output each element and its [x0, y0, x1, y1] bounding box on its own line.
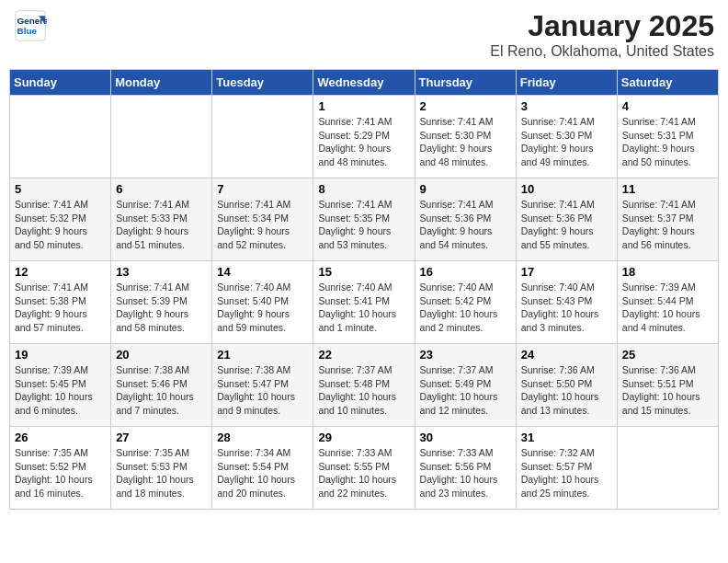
cell-content: Sunrise: 7:41 AM Sunset: 5:37 PM Dayligh…: [622, 198, 713, 252]
cell-content: Sunrise: 7:41 AM Sunset: 5:35 PM Dayligh…: [318, 198, 409, 252]
calendar-cell: 9Sunrise: 7:41 AM Sunset: 5:36 PM Daylig…: [415, 178, 516, 261]
cell-content: Sunrise: 7:40 AM Sunset: 5:40 PM Dayligh…: [217, 281, 308, 335]
calendar-cell: 12Sunrise: 7:41 AM Sunset: 5:38 PM Dayli…: [10, 261, 111, 344]
calendar-cell: 10Sunrise: 7:41 AM Sunset: 5:36 PM Dayli…: [516, 178, 617, 261]
cell-content: Sunrise: 7:38 AM Sunset: 5:47 PM Dayligh…: [217, 363, 308, 418]
day-number: 14: [217, 265, 308, 279]
calendar-cell: 5Sunrise: 7:41 AM Sunset: 5:32 PM Daylig…: [10, 178, 111, 261]
day-number: 3: [521, 99, 612, 113]
cell-content: Sunrise: 7:39 AM Sunset: 5:45 PM Dayligh…: [15, 363, 106, 418]
calendar-header-row: SundayMondayTuesdayWednesdayThursdayFrid…: [10, 70, 719, 96]
weekday-header: Friday: [516, 70, 617, 96]
day-number: 25: [622, 348, 713, 362]
calendar-cell: 4Sunrise: 7:41 AM Sunset: 5:31 PM Daylig…: [617, 96, 718, 178]
cell-content: Sunrise: 7:41 AM Sunset: 5:33 PM Dayligh…: [116, 198, 207, 252]
day-number: 26: [15, 431, 106, 444]
cell-content: Sunrise: 7:41 AM Sunset: 5:34 PM Dayligh…: [217, 198, 308, 252]
cell-content: Sunrise: 7:41 AM Sunset: 5:39 PM Dayligh…: [116, 281, 207, 335]
weekday-header: Monday: [111, 70, 212, 96]
logo: General Blue: [14, 9, 47, 42]
cell-content: Sunrise: 7:41 AM Sunset: 5:30 PM Dayligh…: [521, 115, 612, 169]
cell-content: Sunrise: 7:33 AM Sunset: 5:55 PM Dayligh…: [318, 446, 409, 500]
cell-content: Sunrise: 7:35 AM Sunset: 5:52 PM Dayligh…: [15, 446, 106, 500]
day-number: 30: [420, 431, 511, 444]
day-number: 20: [116, 348, 207, 362]
day-number: 6: [116, 182, 207, 196]
cell-content: Sunrise: 7:36 AM Sunset: 5:50 PM Dayligh…: [521, 363, 612, 418]
calendar-cell: 13Sunrise: 7:41 AM Sunset: 5:39 PM Dayli…: [111, 261, 212, 344]
day-number: 12: [15, 265, 106, 279]
calendar-cell: 2Sunrise: 7:41 AM Sunset: 5:30 PM Daylig…: [415, 96, 516, 178]
calendar-cell: 26Sunrise: 7:35 AM Sunset: 5:52 PM Dayli…: [10, 427, 111, 510]
weekday-header: Wednesday: [313, 70, 415, 96]
day-number: 9: [420, 182, 511, 196]
cell-content: Sunrise: 7:35 AM Sunset: 5:53 PM Dayligh…: [116, 446, 207, 500]
calendar-week-row: 12Sunrise: 7:41 AM Sunset: 5:38 PM Dayli…: [10, 261, 719, 344]
day-number: 31: [521, 431, 612, 444]
calendar-cell: 16Sunrise: 7:40 AM Sunset: 5:42 PM Dayli…: [415, 261, 516, 344]
day-number: 22: [318, 348, 409, 362]
calendar-table: SundayMondayTuesdayWednesdayThursdayFrid…: [9, 69, 719, 510]
weekday-header: Sunday: [10, 70, 111, 96]
weekday-header: Tuesday: [212, 70, 313, 96]
page-header: General Blue January 2025 El Reno, Oklah…: [9, 9, 719, 60]
weekday-header: Thursday: [415, 70, 516, 96]
calendar-cell: 29Sunrise: 7:33 AM Sunset: 5:55 PM Dayli…: [313, 427, 415, 510]
day-number: 15: [318, 265, 409, 279]
calendar-cell: 20Sunrise: 7:38 AM Sunset: 5:46 PM Dayli…: [111, 344, 212, 427]
cell-content: Sunrise: 7:40 AM Sunset: 5:43 PM Dayligh…: [521, 281, 612, 335]
calendar-cell: 31Sunrise: 7:32 AM Sunset: 5:57 PM Dayli…: [516, 427, 617, 510]
month-title: January 2025: [490, 9, 714, 43]
day-number: 21: [217, 348, 308, 362]
calendar-week-row: 26Sunrise: 7:35 AM Sunset: 5:52 PM Dayli…: [10, 427, 719, 510]
svg-text:Blue: Blue: [17, 26, 38, 36]
calendar-week-row: 5Sunrise: 7:41 AM Sunset: 5:32 PM Daylig…: [10, 178, 719, 261]
day-number: 19: [15, 348, 106, 362]
day-number: 4: [622, 99, 713, 113]
day-number: 8: [318, 182, 409, 196]
day-number: 28: [217, 431, 308, 444]
calendar-cell: 22Sunrise: 7:37 AM Sunset: 5:48 PM Dayli…: [313, 344, 415, 427]
location-title: El Reno, Oklahoma, United States: [490, 43, 714, 60]
day-number: 7: [217, 182, 308, 196]
calendar-cell: 28Sunrise: 7:34 AM Sunset: 5:54 PM Dayli…: [212, 427, 313, 510]
calendar-cell: 3Sunrise: 7:41 AM Sunset: 5:30 PM Daylig…: [516, 96, 617, 178]
day-number: 24: [521, 348, 612, 362]
title-area: January 2025 El Reno, Oklahoma, United S…: [490, 9, 714, 60]
calendar-cell: 19Sunrise: 7:39 AM Sunset: 5:45 PM Dayli…: [10, 344, 111, 427]
calendar-cell: 6Sunrise: 7:41 AM Sunset: 5:33 PM Daylig…: [111, 178, 212, 261]
calendar-cell: 21Sunrise: 7:38 AM Sunset: 5:47 PM Dayli…: [212, 344, 313, 427]
weekday-header: Saturday: [617, 70, 718, 96]
cell-content: Sunrise: 7:37 AM Sunset: 5:49 PM Dayligh…: [420, 363, 511, 418]
cell-content: Sunrise: 7:40 AM Sunset: 5:42 PM Dayligh…: [420, 281, 511, 335]
cell-content: Sunrise: 7:39 AM Sunset: 5:44 PM Dayligh…: [622, 281, 713, 335]
day-number: 10: [521, 182, 612, 196]
calendar-cell: 1Sunrise: 7:41 AM Sunset: 5:29 PM Daylig…: [313, 96, 415, 178]
calendar-week-row: 19Sunrise: 7:39 AM Sunset: 5:45 PM Dayli…: [10, 344, 719, 427]
cell-content: Sunrise: 7:32 AM Sunset: 5:57 PM Dayligh…: [521, 446, 612, 500]
day-number: 1: [318, 99, 409, 113]
day-number: 23: [420, 348, 511, 362]
cell-content: Sunrise: 7:40 AM Sunset: 5:41 PM Dayligh…: [318, 281, 409, 335]
calendar-cell: 25Sunrise: 7:36 AM Sunset: 5:51 PM Dayli…: [617, 344, 718, 427]
day-number: 11: [622, 182, 713, 196]
calendar-cell: 17Sunrise: 7:40 AM Sunset: 5:43 PM Dayli…: [516, 261, 617, 344]
calendar-cell: 8Sunrise: 7:41 AM Sunset: 5:35 PM Daylig…: [313, 178, 415, 261]
calendar-cell: 18Sunrise: 7:39 AM Sunset: 5:44 PM Dayli…: [617, 261, 718, 344]
cell-content: Sunrise: 7:41 AM Sunset: 5:36 PM Dayligh…: [521, 198, 612, 252]
cell-content: Sunrise: 7:36 AM Sunset: 5:51 PM Dayligh…: [622, 363, 713, 418]
calendar-cell: 7Sunrise: 7:41 AM Sunset: 5:34 PM Daylig…: [212, 178, 313, 261]
calendar-cell: 23Sunrise: 7:37 AM Sunset: 5:49 PM Dayli…: [415, 344, 516, 427]
cell-content: Sunrise: 7:41 AM Sunset: 5:38 PM Dayligh…: [15, 281, 106, 335]
calendar-cell: 14Sunrise: 7:40 AM Sunset: 5:40 PM Dayli…: [212, 261, 313, 344]
calendar-week-row: 1Sunrise: 7:41 AM Sunset: 5:29 PM Daylig…: [10, 96, 719, 178]
calendar-cell: [617, 427, 718, 510]
day-number: 5: [15, 182, 106, 196]
calendar-cell: 15Sunrise: 7:40 AM Sunset: 5:41 PM Dayli…: [313, 261, 415, 344]
day-number: 17: [521, 265, 612, 279]
cell-content: Sunrise: 7:41 AM Sunset: 5:29 PM Dayligh…: [318, 115, 409, 169]
cell-content: Sunrise: 7:37 AM Sunset: 5:48 PM Dayligh…: [318, 363, 409, 418]
day-number: 18: [622, 265, 713, 279]
calendar-cell: [111, 96, 212, 178]
calendar-cell: [10, 96, 111, 178]
